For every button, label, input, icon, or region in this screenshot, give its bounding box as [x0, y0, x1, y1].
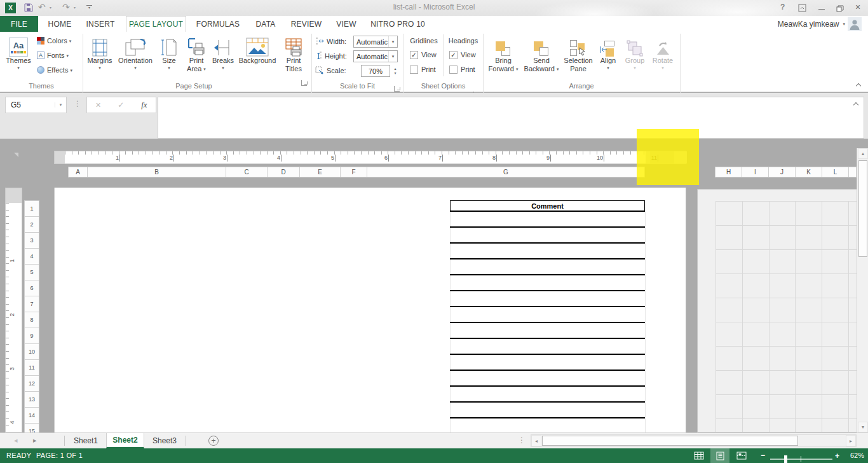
- normal-view-button[interactable]: [690, 448, 708, 463]
- page-layout-view-button[interactable]: [710, 448, 729, 463]
- new-sheet-button[interactable]: +: [208, 436, 219, 446]
- tab-page-layout[interactable]: PAGE LAYOUT: [126, 16, 186, 32]
- column-header[interactable]: B: [88, 167, 226, 177]
- insert-function-icon[interactable]: fx: [141, 100, 147, 110]
- cancel-icon[interactable]: ×: [95, 100, 100, 110]
- row-header[interactable]: 10: [25, 344, 39, 360]
- themes-button[interactable]: Aa Themes ▾: [4, 34, 33, 87]
- zoom-in-icon[interactable]: +: [835, 452, 839, 460]
- undo-dropdown-icon[interactable]: ▾: [50, 5, 51, 10]
- comment-table-rows[interactable]: [450, 212, 645, 432]
- tab-view[interactable]: VIEW: [330, 16, 362, 32]
- column-header[interactable]: L: [822, 167, 849, 177]
- sheet-tab-sheet1[interactable]: Sheet1: [66, 433, 105, 448]
- print-titles-button[interactable]: Print Titles: [280, 34, 308, 87]
- name-box-splitter-icon[interactable]: ⋮: [74, 99, 81, 108]
- column-header[interactable]: I: [742, 167, 769, 177]
- page-setup-dialog-launcher[interactable]: [301, 80, 307, 86]
- tab-home[interactable]: HOME: [41, 16, 79, 32]
- margins-button[interactable]: Margins ▾: [85, 34, 114, 87]
- zoom-slider-thumb[interactable]: [784, 455, 787, 463]
- scale-spinner[interactable]: ▴ ▾: [391, 65, 399, 77]
- vertical-ruler[interactable]: 1 2 3 4: [5, 188, 22, 432]
- align-button[interactable]: Align ▾: [596, 34, 620, 87]
- scale-input[interactable]: 70%: [361, 65, 390, 77]
- column-header[interactable]: F: [341, 167, 367, 177]
- page-break-preview-button[interactable]: [732, 448, 751, 463]
- horizontal-scrollbar[interactable]: ◂ ▸: [531, 434, 857, 447]
- row-headers[interactable]: 1 2 3 4 5 6 7 8 9 10 11 12 13 14 15: [24, 200, 39, 432]
- column-header[interactable]: [849, 167, 857, 177]
- scroll-down-button[interactable]: ▾: [858, 422, 868, 432]
- breaks-button[interactable]: Breaks ▾: [211, 34, 235, 87]
- column-header[interactable]: K: [796, 167, 822, 177]
- row-header[interactable]: 1: [25, 201, 39, 217]
- print-area-button[interactable]: Print Area▾: [183, 34, 210, 87]
- scale-to-fit-dialog-launcher[interactable]: [394, 86, 400, 92]
- row-header[interactable]: 14: [25, 408, 39, 424]
- column-header[interactable]: H: [715, 167, 742, 177]
- horizontal-ruler[interactable]: 1 2 3 4 5 6 7 8 9 10 11: [54, 151, 686, 164]
- row-header[interactable]: 2: [25, 217, 39, 233]
- gridlines-view-checkbox[interactable]: ✓View: [410, 51, 437, 59]
- horizontal-scrollbar-thumb[interactable]: [542, 436, 798, 446]
- headings-print-checkbox[interactable]: Print: [449, 66, 475, 74]
- gridlines-print-checkbox[interactable]: Print: [410, 66, 436, 74]
- row-header[interactable]: 5: [25, 265, 39, 280]
- tab-formulas[interactable]: FORMULAS: [191, 16, 245, 32]
- row-header[interactable]: 15: [25, 424, 39, 432]
- column-header[interactable]: A: [69, 167, 88, 177]
- scroll-left-button[interactable]: ◂: [531, 435, 541, 446]
- vertical-scrollbar[interactable]: ▴ ▾: [857, 148, 868, 432]
- row-header[interactable]: 11: [25, 360, 39, 376]
- zoom-out-icon[interactable]: −: [761, 451, 765, 460]
- undo-icon[interactable]: ↶: [38, 2, 46, 12]
- scroll-right-button[interactable]: ▸: [846, 435, 856, 446]
- tab-review[interactable]: REVIEW: [286, 16, 327, 32]
- sheet-nav-left-icon[interactable]: ◂: [14, 436, 18, 445]
- save-icon[interactable]: [24, 3, 33, 13]
- send-backward-button[interactable]: Send Backward▾: [522, 34, 560, 87]
- sheet-tab-sheet3[interactable]: Sheet3: [145, 433, 184, 448]
- background-button[interactable]: Background: [236, 34, 278, 87]
- theme-colors-button[interactable]: Colors▾: [37, 36, 71, 46]
- vertical-scrollbar-thumb[interactable]: [858, 160, 867, 257]
- bring-forward-button[interactable]: Bring Forward▾: [485, 34, 521, 87]
- column-header[interactable]: J: [769, 167, 796, 177]
- name-box-dropdown-icon[interactable]: ▾: [55, 102, 66, 107]
- name-box[interactable]: G5 ▾: [5, 97, 67, 113]
- row-header[interactable]: 6: [25, 280, 39, 296]
- column-header[interactable]: D: [268, 167, 300, 177]
- formula-input[interactable]: [158, 97, 864, 139]
- sheet-nav-right-icon[interactable]: ▸: [33, 436, 37, 445]
- enter-icon[interactable]: ✓: [118, 100, 124, 109]
- headings-view-checkbox[interactable]: ✓View: [449, 51, 476, 59]
- redo-icon[interactable]: ↷: [62, 2, 70, 12]
- avatar[interactable]: [848, 17, 862, 31]
- scrollbar-splitter-icon[interactable]: ⋮: [518, 436, 526, 445]
- row-header[interactable]: 13: [25, 392, 39, 408]
- zoom-level[interactable]: 62%: [845, 452, 864, 459]
- tab-insert[interactable]: INSERT: [80, 16, 121, 32]
- orientation-button[interactable]: Orientation ▾: [116, 34, 155, 87]
- excel-app-icon[interactable]: X: [5, 3, 16, 13]
- row-header[interactable]: 9: [25, 328, 39, 344]
- close-icon[interactable]: ×: [855, 2, 860, 12]
- user-account[interactable]: MeawKa yimkeaw ▾: [763, 16, 845, 32]
- sheet-tab-sheet2[interactable]: Sheet2: [106, 433, 144, 448]
- size-button[interactable]: Size ▾: [156, 34, 182, 87]
- column-header[interactable]: E: [300, 167, 341, 177]
- redo-dropdown-icon[interactable]: ▾: [74, 5, 76, 10]
- restore-icon[interactable]: [836, 5, 844, 13]
- theme-fonts-button[interactable]: A Fonts▾: [37, 50, 69, 60]
- width-select[interactable]: Automatic▾: [353, 36, 398, 48]
- ribbon-display-options-icon[interactable]: [798, 4, 806, 13]
- sheet-page-2[interactable]: [697, 189, 868, 432]
- row-header[interactable]: 8: [25, 312, 39, 328]
- scroll-up-button[interactable]: ▴: [858, 148, 868, 159]
- row-header[interactable]: 7: [25, 296, 39, 312]
- tab-file[interactable]: FILE: [0, 16, 38, 32]
- column-header[interactable]: G: [367, 167, 644, 177]
- customize-quick-access-icon[interactable]: ▾: [86, 5, 92, 10]
- column-headers-page2[interactable]: H I J K L: [715, 167, 857, 177]
